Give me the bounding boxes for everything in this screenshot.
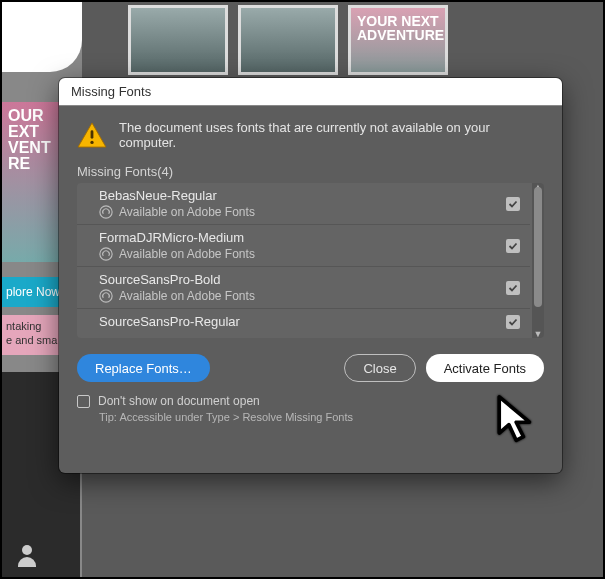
thumbnail: YOUR NEXT ADVENTURE [348, 5, 448, 75]
font-list-header: Missing Fonts(4) [77, 164, 544, 179]
svg-point-3 [100, 206, 112, 218]
font-list-scrollbar[interactable]: ▲ ▼ [532, 183, 544, 338]
teaser-line: e and sma [6, 334, 57, 346]
dialog-button-row: Replace Fonts… Close Activate Fonts [77, 354, 544, 382]
dont-show-row[interactable]: Don't show on document open [77, 394, 544, 408]
thumbnail-text: YOUR NEXT ADVENTURE [351, 8, 445, 48]
svg-point-2 [90, 141, 93, 144]
font-name: SourceSansPro-Bold [99, 272, 490, 287]
dont-show-label: Don't show on document open [98, 394, 260, 408]
font-list: BebasNeue-Regular Available on Adobe Fon… [77, 183, 544, 338]
font-availability: Available on Adobe Fonts [99, 205, 490, 219]
warning-row: The document uses fonts that are current… [77, 120, 544, 150]
font-availability: Available on Adobe Fonts [99, 289, 490, 303]
font-name: FormaDJRMicro-Medium [99, 230, 490, 245]
scroll-thumb[interactable] [534, 187, 542, 307]
warning-text: The document uses fonts that are current… [119, 120, 544, 150]
font-name: BebasNeue-Regular [99, 188, 490, 203]
creative-cloud-icon [99, 205, 113, 219]
font-availability-label: Available on Adobe Fonts [119, 205, 255, 219]
font-row-checkbox[interactable] [506, 315, 520, 329]
font-row-checkbox[interactable] [506, 197, 520, 211]
font-name: SourceSansPro-Regular [99, 314, 490, 329]
font-row[interactable]: SourceSansPro-Regular [77, 309, 530, 334]
person-icon [16, 545, 38, 567]
font-row-checkbox[interactable] [506, 239, 520, 253]
thumbnail [128, 5, 228, 75]
thumbnail [238, 5, 338, 75]
svg-point-4 [100, 248, 112, 260]
font-availability-label: Available on Adobe Fonts [119, 289, 255, 303]
scroll-down-icon[interactable]: ▼ [532, 329, 544, 338]
svg-rect-1 [91, 130, 94, 138]
app-sidebar-top [2, 2, 82, 72]
dialog-tip: Tip: Accessible under Type > Resolve Mis… [99, 411, 544, 423]
dialog-body: The document uses fonts that are current… [59, 106, 562, 473]
warning-icon [77, 122, 107, 148]
close-button[interactable]: Close [344, 354, 415, 382]
font-row-checkbox[interactable] [506, 281, 520, 295]
font-row[interactable]: BebasNeue-Regular Available on Adobe Fon… [77, 183, 530, 225]
creative-cloud-icon [99, 247, 113, 261]
font-row[interactable]: SourceSansPro-Bold Available on Adobe Fo… [77, 267, 530, 309]
teaser-line: ntaking [6, 320, 41, 332]
dialog-titlebar[interactable]: Missing Fonts [59, 78, 562, 106]
missing-fonts-dialog: Missing Fonts The document uses fonts th… [59, 78, 562, 473]
activate-fonts-button[interactable]: Activate Fonts [426, 354, 544, 382]
dont-show-checkbox[interactable] [77, 395, 90, 408]
font-list-inner: BebasNeue-Regular Available on Adobe Fon… [77, 183, 530, 338]
dialog-title: Missing Fonts [71, 84, 151, 99]
font-availability-label: Available on Adobe Fonts [119, 247, 255, 261]
creative-cloud-icon [99, 289, 113, 303]
replace-fonts-button[interactable]: Replace Fonts… [77, 354, 210, 382]
font-row[interactable]: FormaDJRMicro-Medium Available on Adobe … [77, 225, 530, 267]
svg-point-5 [100, 290, 112, 302]
font-availability: Available on Adobe Fonts [99, 247, 490, 261]
